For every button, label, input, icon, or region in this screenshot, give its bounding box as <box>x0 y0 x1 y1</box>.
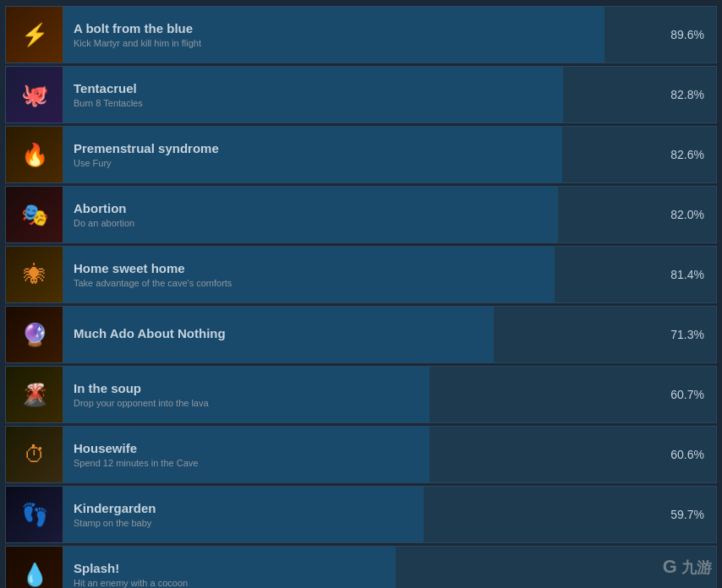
achievement-description: Use Fury <box>74 158 655 168</box>
achievement-name: Splash! <box>74 561 655 575</box>
achievement-description: Do an abortion <box>74 218 655 228</box>
achievement-icon: 💧 <box>6 546 63 588</box>
achievement-content: AbortionDo an abortion <box>63 187 665 242</box>
achievement-name: Tentacruel <box>74 81 655 95</box>
achievement-name: A bolt from the blue <box>74 21 655 35</box>
achievement-percent: 60.7% <box>665 388 716 401</box>
achievement-description: Burn 8 Tentacles <box>74 98 655 108</box>
achievement-content: Much Ado About Nothing <box>63 307 665 362</box>
achievement-icon-glyph: ⚡ <box>21 24 48 46</box>
achievement-content: TentacruelBurn 8 Tentacles <box>63 67 665 122</box>
achievement-description: Drop your opponent into the lava <box>74 398 655 408</box>
achievement-percent: 59.7% <box>665 508 716 521</box>
achievement-content: In the soupDrop your opponent into the l… <box>63 367 665 422</box>
achievement-name: Much Ado About Nothing <box>74 326 655 340</box>
achievement-row[interactable]: ⚡A bolt from the blueKick Martyr and kil… <box>5 6 717 63</box>
achievement-row[interactable]: ⏱HousewifeSpend 12 minutes in the Cave60… <box>5 426 717 483</box>
achievement-percent: 82.0% <box>665 208 716 221</box>
achievement-description: Take advantage of the cave's comforts <box>74 278 655 288</box>
achievement-row[interactable]: 🌋In the soupDrop your opponent into the … <box>5 366 717 423</box>
achievement-description: Kick Martyr and kill him in flight <box>74 38 655 48</box>
achievement-row[interactable]: 🔥Premenstrual syndromeUse Fury82.6% <box>5 126 717 183</box>
achievement-icon-glyph: 🕷 <box>24 264 46 286</box>
achievement-icon-glyph: 💧 <box>21 564 48 585</box>
achievement-icon: 🌋 <box>6 366 63 423</box>
achievement-content: A bolt from the blueKick Martyr and kill… <box>63 7 665 63</box>
watermark-g-icon: G <box>663 556 677 577</box>
achievement-row[interactable]: 🐙TentacruelBurn 8 Tentacles82.8% <box>5 66 717 123</box>
achievement-name: Housewife <box>74 441 655 455</box>
achievement-row[interactable]: 🔮Much Ado About Nothing71.3% <box>5 306 717 363</box>
achievement-content: Premenstrual syndromeUse Fury <box>63 127 665 182</box>
watermark-logo: G 九游 <box>663 556 712 578</box>
achievement-name: Premenstrual syndrome <box>74 141 655 155</box>
achievement-icon: 👣 <box>6 486 63 543</box>
achievement-content: Home sweet homeTake advantage of the cav… <box>63 247 665 302</box>
achievement-icon: ⏱ <box>6 426 63 483</box>
achievement-row[interactable]: 💧Splash!Hit an enemy with a cocoon <box>5 546 717 588</box>
achievement-icon-glyph: 🔮 <box>21 324 48 346</box>
achievement-icon: ⚡ <box>6 6 63 63</box>
achievement-name: In the soup <box>74 381 655 395</box>
achievement-icon: 🕷 <box>6 246 63 303</box>
achievement-icon-glyph: 🎭 <box>21 204 48 226</box>
achievement-content: HousewifeSpend 12 minutes in the Cave <box>63 427 665 482</box>
achievement-percent: 82.6% <box>665 148 716 161</box>
watermark-text: 九游 <box>681 559 712 576</box>
achievement-percent: 60.6% <box>665 448 716 461</box>
achievement-icon-glyph: 👣 <box>21 504 48 525</box>
achievement-row[interactable]: 👣KindergardenStamp on the baby59.7% <box>5 486 717 543</box>
achievement-description: Spend 12 minutes in the Cave <box>74 458 655 468</box>
achievement-icon: 🐙 <box>6 66 63 123</box>
achievement-description: Stamp on the baby <box>74 518 655 528</box>
achievement-description: Hit an enemy with a cocoon <box>74 578 655 588</box>
achievement-name: Kindergarden <box>74 501 655 515</box>
achievement-icon: 🔥 <box>6 126 63 183</box>
achievement-name: Home sweet home <box>74 261 655 275</box>
achievement-icon: 🔮 <box>6 306 63 363</box>
achievement-row[interactable]: 🎭AbortionDo an abortion82.0% <box>5 186 717 243</box>
achievement-icon-glyph: 🐙 <box>21 84 48 106</box>
achievement-percent: 82.8% <box>665 88 716 101</box>
achievement-percent: 81.4% <box>665 268 716 281</box>
achievement-percent: 71.3% <box>665 328 716 341</box>
achievement-icon-glyph: 🔥 <box>21 144 48 166</box>
achievement-name: Abortion <box>74 201 655 215</box>
achievement-row[interactable]: 🕷Home sweet homeTake advantage of the ca… <box>5 246 717 303</box>
achievement-percent: 89.6% <box>665 28 716 41</box>
achievement-content: KindergardenStamp on the baby <box>63 487 665 542</box>
achievement-icon-glyph: 🌋 <box>21 384 48 406</box>
achievement-icon-glyph: ⏱ <box>24 444 46 466</box>
achievement-content: Splash!Hit an enemy with a cocoon <box>63 547 665 588</box>
achievement-icon: 🎭 <box>6 186 63 243</box>
achievements-list: ⚡A bolt from the blueKick Martyr and kil… <box>0 0 722 588</box>
